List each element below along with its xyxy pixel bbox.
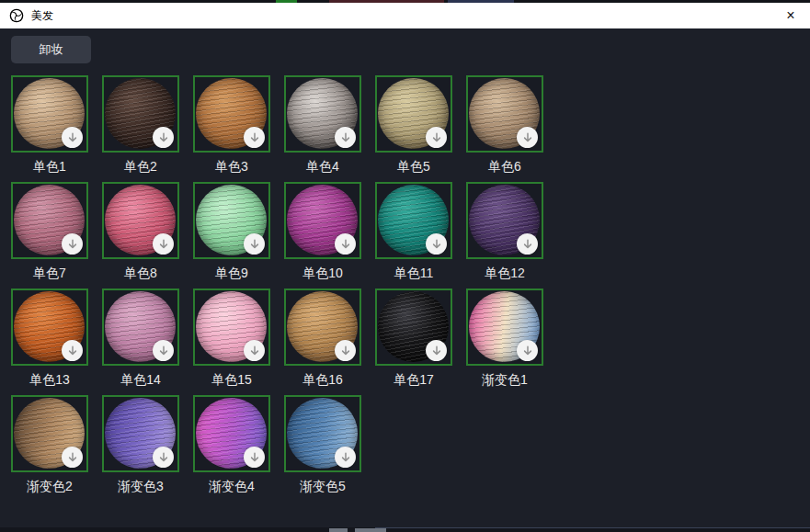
hair-color-swatch[interactable] <box>284 289 361 366</box>
download-button[interactable] <box>517 127 538 148</box>
swatch-label: 单色14 <box>102 372 179 388</box>
swatch-label: 单色13 <box>11 372 88 388</box>
download-arrow-icon <box>249 239 260 250</box>
download-button[interactable] <box>426 340 447 361</box>
download-arrow-icon <box>67 452 78 463</box>
download-button[interactable] <box>517 233 538 255</box>
swatch-label: 单色11 <box>375 266 452 281</box>
hair-color-swatch[interactable] <box>102 289 179 366</box>
hair-color-swatch[interactable] <box>375 182 452 259</box>
swatch-label: 渐变色3 <box>102 479 179 494</box>
swatch-label: 单色17 <box>375 372 452 388</box>
download-arrow-icon <box>67 345 78 357</box>
swatch-cell: 单色8 <box>102 182 179 281</box>
swatch-cell: 单色17 <box>375 289 452 388</box>
swatch-label: 单色1 <box>11 159 88 175</box>
swatch-label: 单色3 <box>193 159 270 175</box>
backdrop-fragment <box>375 527 810 528</box>
hair-color-swatch[interactable] <box>466 182 543 259</box>
download-button[interactable] <box>62 340 83 361</box>
swatch-cell: 渐变色2 <box>11 395 88 494</box>
download-button[interactable] <box>335 233 356 255</box>
download-button[interactable] <box>335 127 356 148</box>
download-button[interactable] <box>244 447 265 468</box>
swatch-label: 单色5 <box>375 159 452 175</box>
hair-color-swatch[interactable] <box>284 395 361 472</box>
download-arrow-icon <box>431 345 442 357</box>
hair-color-swatch[interactable] <box>102 75 179 153</box>
swatch-label: 单色2 <box>102 159 179 175</box>
download-button[interactable] <box>244 340 265 361</box>
download-button[interactable] <box>517 340 538 361</box>
swatch-cell: 单色9 <box>193 182 270 281</box>
dialog-content: 卸妆 单色1 单色2 <box>0 28 810 527</box>
download-button[interactable] <box>62 447 83 468</box>
swatch-label: 单色7 <box>11 266 88 281</box>
hair-color-swatch[interactable] <box>375 289 452 366</box>
hair-color-swatch[interactable] <box>11 182 88 259</box>
hair-color-swatch[interactable] <box>193 182 270 259</box>
download-arrow-icon <box>431 132 442 143</box>
dialog-title: 美发 <box>31 8 53 24</box>
hair-color-swatch[interactable] <box>11 289 88 366</box>
swatch-cell: 单色7 <box>11 182 88 281</box>
download-button[interactable] <box>153 233 174 255</box>
hair-color-swatch[interactable] <box>284 75 361 153</box>
download-button[interactable] <box>426 127 447 148</box>
hair-style-dialog: 美发 × 卸妆 单色1 单色2 <box>0 0 810 532</box>
swatch-cell: 单色10 <box>284 182 361 281</box>
download-button[interactable] <box>153 340 174 361</box>
download-arrow-icon <box>340 345 351 357</box>
swatch-label: 单色16 <box>284 372 361 388</box>
swatch-cell: 单色5 <box>375 75 452 175</box>
hair-color-swatch[interactable] <box>102 182 179 259</box>
swatch-grid: 单色1 单色2 单色3 <box>11 75 581 502</box>
swatch-cell: 单色11 <box>375 182 452 281</box>
hair-color-swatch[interactable] <box>11 75 88 153</box>
swatch-label: 渐变色5 <box>284 479 361 494</box>
download-button[interactable] <box>335 447 356 468</box>
dialog-titlebar: 美发 × <box>0 3 810 28</box>
download-arrow-icon <box>340 239 351 250</box>
hair-color-swatch[interactable] <box>11 395 88 472</box>
download-button[interactable] <box>62 127 83 148</box>
download-arrow-icon <box>158 239 169 250</box>
download-button[interactable] <box>153 447 174 468</box>
swatch-label: 单色9 <box>193 266 270 281</box>
hair-color-swatch[interactable] <box>284 182 361 259</box>
hair-color-swatch[interactable] <box>466 289 543 366</box>
hair-color-swatch[interactable] <box>102 395 179 472</box>
hair-color-swatch[interactable] <box>375 75 452 153</box>
swatch-label: 渐变色4 <box>193 479 270 494</box>
swatch-cell: 单色14 <box>102 289 179 388</box>
close-icon[interactable]: × <box>781 6 801 26</box>
backdrop-fragment <box>355 528 386 532</box>
swatch-label: 单色6 <box>466 159 543 175</box>
download-button[interactable] <box>153 127 174 148</box>
swatch-cell: 单色2 <box>102 75 179 175</box>
download-arrow-icon <box>67 132 78 143</box>
download-arrow-icon <box>340 452 351 463</box>
hair-color-swatch[interactable] <box>466 75 543 153</box>
download-arrow-icon <box>158 132 169 143</box>
hair-color-swatch[interactable] <box>193 395 270 472</box>
swatch-label: 单色8 <box>102 266 179 281</box>
download-button[interactable] <box>426 233 447 255</box>
download-button[interactable] <box>62 233 83 255</box>
remove-makeup-button[interactable]: 卸妆 <box>11 36 91 63</box>
swatch-cell: 单色12 <box>466 182 543 281</box>
download-button[interactable] <box>244 127 265 148</box>
swatch-cell: 单色16 <box>284 289 361 388</box>
swatch-cell: 单色3 <box>193 75 270 175</box>
hair-color-swatch[interactable] <box>193 289 270 366</box>
download-arrow-icon <box>249 132 260 143</box>
download-arrow-icon <box>67 239 78 250</box>
download-arrow-icon <box>522 132 533 143</box>
background-app-sliver-bottom <box>0 527 810 532</box>
download-button[interactable] <box>244 233 265 255</box>
swatch-cell: 单色15 <box>193 289 270 388</box>
swatch-cell: 渐变色3 <box>102 395 179 494</box>
swatch-label: 单色12 <box>466 266 543 281</box>
download-button[interactable] <box>335 340 356 361</box>
hair-color-swatch[interactable] <box>193 75 270 153</box>
